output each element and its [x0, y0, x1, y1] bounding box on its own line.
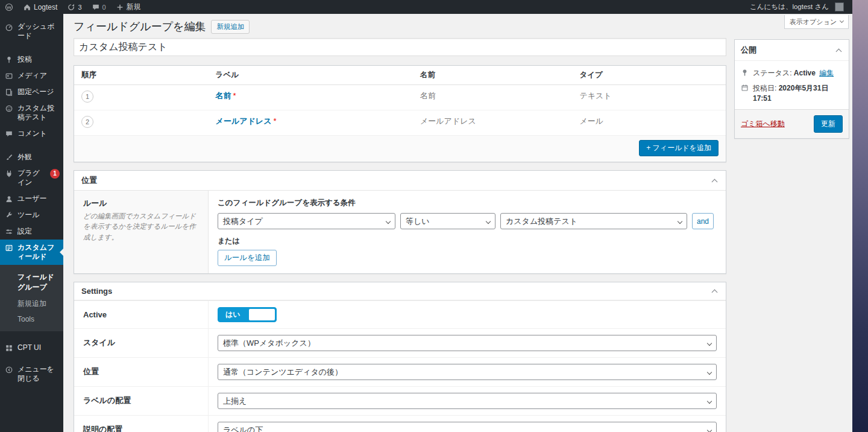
- chevron-down-icon: [486, 219, 491, 224]
- field-label-link[interactable]: メールアドレス: [216, 116, 272, 125]
- home-icon: [23, 3, 31, 11]
- screen-options-tab[interactable]: 表示オプション: [784, 15, 849, 29]
- admin-bar-left: Logtest 3 0 新規: [0, 0, 146, 14]
- label-placement-select[interactable]: 上揃え: [218, 393, 717, 409]
- new-label: 新規: [127, 2, 141, 12]
- chevron-down-icon: [707, 341, 712, 346]
- sidebar-label: 設定: [17, 227, 32, 236]
- field-order-handle[interactable]: 1: [81, 91, 93, 103]
- publish-column: 公開 ステータス: Active 編集: [734, 39, 849, 139]
- rule-operator-value: 等しい: [406, 216, 430, 227]
- updates-count: 3: [78, 4, 81, 11]
- sidebar-label: 投稿: [17, 55, 32, 64]
- site-name-menu[interactable]: Logtest: [18, 0, 62, 14]
- sidebar-item-tools[interactable]: ツール: [0, 207, 63, 223]
- instruction-placement-select[interactable]: ラベルの下: [218, 422, 717, 432]
- status-row: ステータス: Active 編集: [741, 68, 843, 78]
- sidebar-label: メニューを閉じる: [17, 365, 60, 383]
- setting-row-style: スタイル 標準（WPメタボックス）: [74, 328, 726, 357]
- add-new-button[interactable]: 新規追加: [211, 20, 250, 34]
- sidebar-item-users[interactable]: ユーザー: [0, 191, 63, 207]
- style-select[interactable]: 標準（WPメタボックス）: [218, 335, 717, 351]
- account-menu[interactable]: こんにちは、logtest さん: [745, 0, 849, 14]
- sidebar-label: プラグイン: [17, 169, 45, 187]
- fields-list-box: 順序 ラベル 名前 タイプ 1 名前* 名前 テキスト: [74, 65, 726, 162]
- custom-fields-icon: [5, 244, 13, 252]
- add-field-button[interactable]: + フィールドを追加: [639, 140, 719, 156]
- sidebar-item-posts[interactable]: 投稿: [0, 51, 63, 68]
- status-edit-link[interactable]: 編集: [819, 69, 834, 77]
- fields-table: 順序 ラベル 名前 タイプ 1 名前* 名前 テキスト: [74, 66, 726, 136]
- sidebar-label: カスタム投稿テスト: [17, 104, 60, 122]
- active-label: Active: [83, 310, 107, 319]
- submenu-item-field-groups[interactable]: フィールドグループ: [0, 269, 63, 296]
- wordpress-logo-menu[interactable]: [0, 0, 18, 14]
- rule-operator-select[interactable]: 等しい: [400, 213, 495, 229]
- field-group-title-input[interactable]: [74, 38, 726, 56]
- page-title: フィールドグループを編集: [74, 19, 206, 34]
- submenu-item-tools[interactable]: Tools: [0, 312, 63, 326]
- publish-box-footer: ゴミ箱へ移動 更新: [735, 109, 849, 138]
- sidebar-label: カスタムフィールド: [17, 243, 60, 261]
- sidebar-item-media[interactable]: メディア: [0, 68, 63, 84]
- comment-bubble-icon: [92, 3, 100, 11]
- sidebar-item-cpt-ui[interactable]: CPT UI: [0, 340, 63, 356]
- sidebar-item-plugins[interactable]: プラグイン 1: [0, 165, 63, 191]
- field-order-handle[interactable]: 2: [81, 116, 93, 128]
- style-label: スタイル: [83, 338, 115, 347]
- sidebar-item-custom-post-test[interactable]: カスタム投稿テスト: [0, 100, 63, 125]
- screen-options-label: 表示オプション: [790, 17, 837, 27]
- sidebar-item-appearance[interactable]: 外観: [0, 149, 63, 165]
- updates-menu[interactable]: 3: [62, 0, 86, 14]
- rule-param-select[interactable]: 投稿タイプ: [218, 213, 395, 229]
- site-name: Logtest: [34, 3, 57, 11]
- comment-bubble-icon: [5, 130, 13, 138]
- col-header-label: ラベル: [209, 66, 413, 85]
- admin-sidebar: ダッシュボード 投稿 メディア 固定ページ カスタム投稿テスト コメント 外観: [0, 14, 63, 432]
- sidebar-item-comments[interactable]: コメント: [0, 125, 63, 142]
- location-box-body: ルール どの編集画面でカスタムフィールドを表示するかを決定するルールを作成します…: [74, 191, 726, 273]
- rule-value-select[interactable]: カスタム投稿テスト: [500, 213, 687, 229]
- rules-description: どの編集画面でカスタムフィールドを表示するかを決定するルールを作成します。: [83, 211, 199, 243]
- setting-row-active: Active はい: [74, 300, 726, 328]
- sidebar-item-custom-fields[interactable]: カスタムフィールド: [0, 240, 63, 265]
- fields-footer: + フィールドを追加: [74, 136, 726, 162]
- pushpin-icon: [5, 56, 13, 64]
- field-label-link[interactable]: 名前: [216, 91, 231, 100]
- smiley-icon: [5, 104, 13, 113]
- label-placement-value: 上揃え: [223, 396, 247, 407]
- col-header-type: タイプ: [572, 66, 726, 85]
- content-area: 表示オプション フィールドグループを編集 新規追加 順序 ラベル 名前: [63, 14, 852, 432]
- new-content-menu[interactable]: 新規: [111, 0, 146, 14]
- add-rule-button[interactable]: ルールを追加: [218, 250, 277, 266]
- paintbrush-icon: [5, 153, 13, 162]
- sidebar-item-dashboard[interactable]: ダッシュボード: [0, 19, 63, 44]
- position-select[interactable]: 通常（コンテンツエディタの後）: [218, 364, 717, 380]
- collapse-menu-button[interactable]: メニューを閉じる: [0, 361, 63, 387]
- media-icon: [5, 72, 13, 80]
- admin-bar-right: こんにちは、logtest さん: [745, 0, 852, 14]
- sidebar-item-pages[interactable]: 固定ページ: [0, 84, 63, 100]
- and-button[interactable]: and: [692, 213, 714, 229]
- wordpress-logo-icon: [5, 3, 13, 11]
- sidebar-label: CPT UI: [17, 343, 41, 352]
- label-placement-label: ラベルの配置: [83, 396, 131, 405]
- rule-value-value: カスタム投稿テスト: [506, 216, 577, 227]
- sidebar-label: 固定ページ: [17, 87, 54, 97]
- field-row: 2 メールアドレス* メールアドレス メール: [74, 110, 726, 136]
- comments-count: 0: [102, 4, 106, 11]
- collapse-toggle-icon[interactable]: [712, 290, 718, 296]
- collapse-toggle-icon[interactable]: [712, 179, 718, 185]
- submenu-item-add-new[interactable]: 新規追加: [0, 296, 63, 312]
- collapse-toggle-icon[interactable]: [836, 48, 842, 54]
- move-to-trash-link[interactable]: ゴミ箱へ移動: [741, 119, 785, 129]
- grid-icon: [5, 344, 13, 352]
- comments-menu[interactable]: 0: [87, 0, 111, 14]
- plug-icon: [5, 170, 13, 178]
- chevron-down-icon: [678, 219, 682, 224]
- update-button[interactable]: 更新: [814, 115, 843, 133]
- collapse-icon: [5, 366, 13, 374]
- active-toggle[interactable]: はい: [218, 307, 277, 322]
- sidebar-item-settings[interactable]: 設定: [0, 223, 63, 240]
- field-type-cell: メール: [572, 110, 726, 136]
